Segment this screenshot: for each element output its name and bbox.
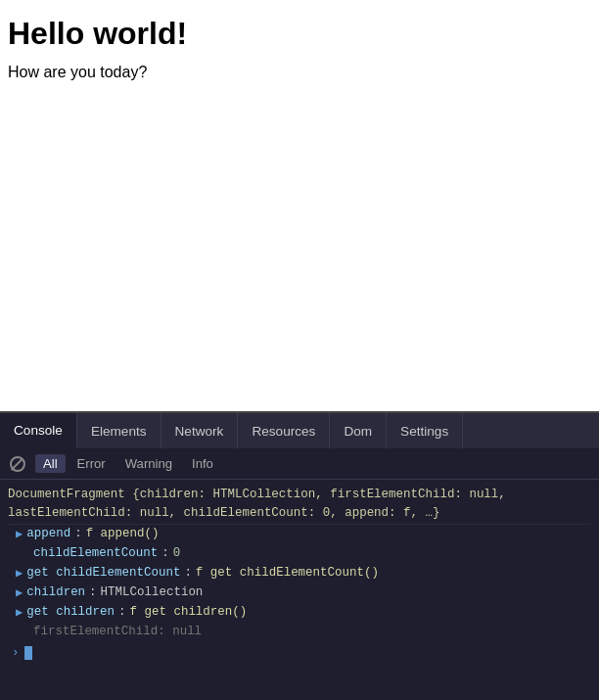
filter-warning-button[interactable]: Warning [117, 454, 180, 473]
tab-resources[interactable]: Resources [238, 413, 330, 448]
tree-item-append[interactable]: ▶ append : f append() [8, 525, 591, 544]
page-title: Hello world! [8, 16, 591, 52]
console-text-line2: lastElementChild: null, childElementCoun… [8, 506, 439, 520]
tab-elements[interactable]: Elements [77, 413, 161, 448]
devtools-tabs: Console Elements Network Resources Dom S… [0, 411, 599, 448]
tree-item-childElementCount: childElementCount : 0 [8, 544, 591, 564]
tab-settings[interactable]: Settings [387, 413, 463, 448]
expand-arrow-get-children[interactable]: ▶ [16, 604, 23, 623]
tree-item-get-childElementCount[interactable]: ▶ get childElementCount : f get childEle… [8, 564, 591, 583]
console-text-line1: DocumentFragment {children: HTMLCollecti… [8, 488, 506, 501]
tab-dom[interactable]: Dom [330, 413, 387, 448]
tree-item-firstElementChild: firstElementChild: null [8, 623, 591, 642]
tree-item-get-children[interactable]: ▶ get children : f get children() [8, 603, 591, 623]
console-cursor [24, 646, 32, 660]
devtools-panel: Console Elements Network Resources Dom S… [0, 411, 599, 700]
console-main-output: DocumentFragment {children: HTMLCollecti… [8, 484, 591, 525]
filter-info-button[interactable]: Info [184, 454, 221, 473]
page-content: Hello world! How are you today? [0, 0, 599, 411]
filter-all-button[interactable]: All [35, 454, 66, 473]
expand-arrow-children[interactable]: ▶ [16, 584, 23, 603]
console-input-row[interactable]: › [8, 642, 591, 664]
tab-network[interactable]: Network [161, 413, 239, 448]
devtools-toolbar: All Error Warning Info [0, 448, 599, 480]
tree-item-children[interactable]: ▶ children : HTMLCollection [8, 583, 591, 603]
clear-console-button[interactable] [8, 454, 27, 474]
filter-error-button[interactable]: Error [69, 454, 114, 473]
expand-arrow-get-childElementCount[interactable]: ▶ [16, 565, 23, 583]
page-subtitle: How are you today? [8, 64, 591, 81]
expand-arrow-append[interactable]: ▶ [16, 526, 23, 544]
console-output: DocumentFragment {children: HTMLCollecti… [0, 480, 599, 700]
tab-console[interactable]: Console [0, 413, 77, 448]
console-prompt-icon: › [12, 646, 19, 660]
